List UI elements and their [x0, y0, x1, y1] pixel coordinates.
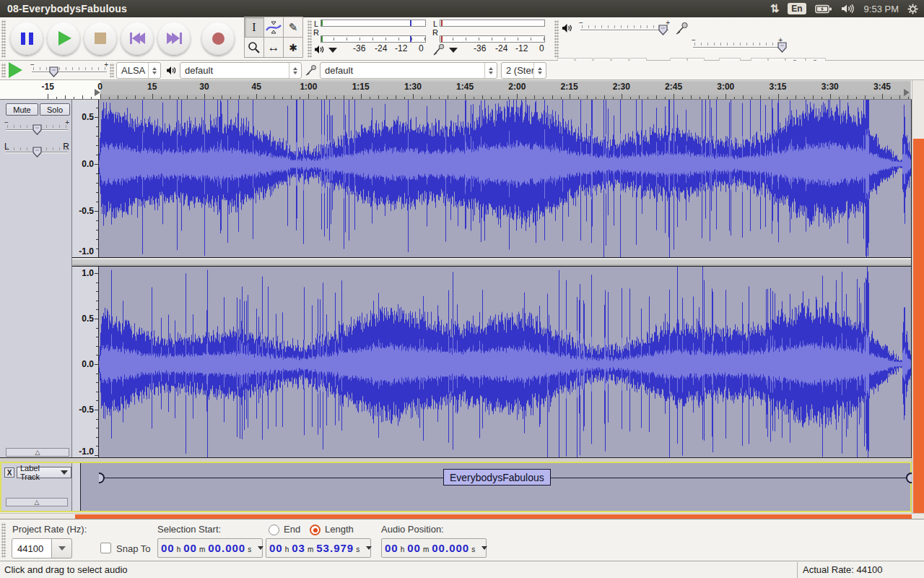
- timeline-tick: [118, 95, 118, 99]
- snap-to-checkbox[interactable]: [100, 543, 111, 553]
- meter-scale: -24: [375, 43, 387, 53]
- playback-meter-dropdown[interactable]: [328, 48, 337, 53]
- output-device-select[interactable]: default: [180, 62, 302, 79]
- play-at-speed-button[interactable]: [9, 62, 22, 78]
- track-control-panel[interactable]: Mute Solo − + L R △: [0, 100, 72, 458]
- multi-tool-button[interactable]: ✱: [283, 37, 303, 58]
- slider-thumb[interactable]: [658, 25, 668, 35]
- input-channels-select[interactable]: 2 (Stereo) In: [501, 62, 546, 79]
- mute-button[interactable]: Mute: [6, 103, 38, 116]
- record-button[interactable]: [201, 22, 235, 55]
- skip-to-end-button[interactable]: [157, 22, 191, 55]
- timeline-tick: [352, 97, 353, 99]
- vruler-label: -1.0: [79, 246, 94, 256]
- spinner-icon[interactable]: [289, 63, 301, 78]
- playback-meter[interactable]: L R -36 -24 -12 0: [313, 19, 428, 59]
- slider-thumb[interactable]: [32, 147, 42, 158]
- end-radio[interactable]: [269, 525, 279, 535]
- waveform-channel-2[interactable]: [99, 267, 911, 457]
- audio-host-select[interactable]: ALSA: [116, 62, 161, 79]
- keyboard-layout-indicator[interactable]: En: [788, 3, 806, 14]
- mixer-toolbar-grip[interactable]: [554, 20, 559, 58]
- spinner-icon[interactable]: [148, 63, 160, 78]
- volume-icon[interactable]: [841, 4, 855, 14]
- draw-tool-button[interactable]: ✎: [283, 17, 303, 38]
- vruler-tick: [96, 382, 98, 383]
- device-toolbar-grip[interactable]: [110, 63, 114, 77]
- end-radio-label[interactable]: End: [284, 524, 300, 535]
- label-track-title-menu[interactable]: Label Track: [17, 467, 71, 478]
- timefield-dropdown-icon[interactable]: [481, 546, 487, 550]
- vertical-scrollbar[interactable]: [912, 80, 924, 513]
- selection-toolbar-grip[interactable]: [1, 522, 6, 558]
- timeshift-tool-button[interactable]: ↔: [263, 37, 284, 58]
- status-separator: [797, 562, 798, 578]
- vertical-ruler-channel-2[interactable]: 1.00.50.0-0.5-1.0: [72, 267, 99, 457]
- timeline-tick: [196, 97, 196, 99]
- network-updown-icon[interactable]: ⇅: [770, 2, 780, 15]
- timeline-tick: [126, 97, 127, 99]
- timeline-ruler[interactable]: -1501530451:001:151:301:452:002:152:302:…: [0, 80, 924, 100]
- timeline-tick: [378, 95, 379, 99]
- vruler-label: 1.0: [82, 268, 94, 278]
- slider-thumb[interactable]: [777, 42, 787, 53]
- vruler-tick: [95, 164, 98, 165]
- timeline-tick: [865, 95, 866, 99]
- solo-button[interactable]: Solo: [40, 103, 70, 116]
- input-device-select[interactable]: default: [320, 62, 497, 79]
- timeline-tick: [552, 95, 553, 99]
- vruler-label: 0.0: [82, 159, 94, 169]
- label-right-anchor[interactable]: [906, 473, 912, 483]
- vertical-scrollbar-thumb[interactable]: [913, 139, 924, 513]
- project-rate-dropdown-button[interactable]: [52, 538, 72, 558]
- meter-toolbar-grip[interactable]: [308, 20, 312, 58]
- channel-divider[interactable]: [72, 257, 912, 267]
- pan-slider[interactable]: L R: [4, 140, 69, 158]
- timeline-tick: [639, 95, 640, 99]
- label-text-box[interactable]: EverybodysFabulous: [443, 469, 551, 486]
- pause-button[interactable]: [10, 22, 43, 55]
- horizontal-scrollbar[interactable]: [0, 513, 924, 519]
- timeline-tick: [578, 97, 579, 99]
- slider-thumb[interactable]: [32, 124, 42, 135]
- project-rate-select[interactable]: 44100: [12, 538, 72, 558]
- label-track-collapse-button[interactable]: △: [6, 498, 68, 506]
- vruler-tick: [96, 230, 98, 230]
- toolbar-row-2: − + ALSA default default 2 (Stereo) In: [0, 61, 924, 80]
- playback-speed-slider[interactable]: − +: [30, 62, 108, 78]
- slider-thumb[interactable]: [49, 66, 58, 77]
- input-volume-slider[interactable]: − +: [692, 38, 783, 55]
- length-radio[interactable]: [310, 525, 321, 535]
- selection-length-field[interactable]: 00h 03m 53.979s: [266, 538, 371, 558]
- spinner-icon[interactable]: [533, 63, 546, 78]
- timefield-dropdown-icon[interactable]: [366, 546, 372, 550]
- session-gear-icon[interactable]: [907, 4, 918, 14]
- timefield-dropdown-icon[interactable]: [258, 546, 263, 550]
- label-track-panel[interactable]: X Label Track △: [1, 463, 72, 511]
- recording-meter[interactable]: L R -36 -24 -12 0: [432, 19, 547, 59]
- transport-toolbar-grip[interactable]: [1, 20, 6, 58]
- vruler-tick: [96, 108, 98, 108]
- zoom-tool-button[interactable]: [244, 37, 264, 58]
- length-radio-label[interactable]: Length: [325, 524, 354, 535]
- vertical-ruler-channel-1[interactable]: 0.50.0-0.5-1.0: [72, 100, 99, 257]
- panel-clock[interactable]: 9:53 PM: [864, 4, 899, 14]
- label-left-anchor[interactable]: [99, 473, 105, 483]
- transcription-toolbar-grip[interactable]: [1, 63, 6, 77]
- play-button[interactable]: [47, 22, 80, 55]
- output-volume-slider[interactable]: − +: [579, 20, 670, 38]
- recording-meter-dropdown[interactable]: [449, 48, 458, 53]
- skip-to-start-button[interactable]: [121, 22, 154, 55]
- label-track-close-button[interactable]: X: [4, 467, 14, 478]
- selection-start-field[interactable]: 00h 00m 00.000s: [157, 538, 263, 558]
- envelope-tool-button[interactable]: [263, 17, 284, 38]
- spinner-icon[interactable]: [484, 63, 497, 78]
- gain-slider[interactable]: − +: [4, 120, 69, 137]
- stop-button[interactable]: [84, 22, 117, 55]
- selection-tool-button[interactable]: I: [244, 17, 264, 38]
- track-collapse-button[interactable]: △: [6, 448, 69, 457]
- battery-icon[interactable]: [815, 4, 832, 14]
- waveform-channel-1[interactable]: [99, 100, 911, 257]
- label-track[interactable]: X Label Track △ EverybodysFabulous: [0, 462, 912, 512]
- audio-position-field[interactable]: 00h 00m 00.000s: [381, 538, 487, 558]
